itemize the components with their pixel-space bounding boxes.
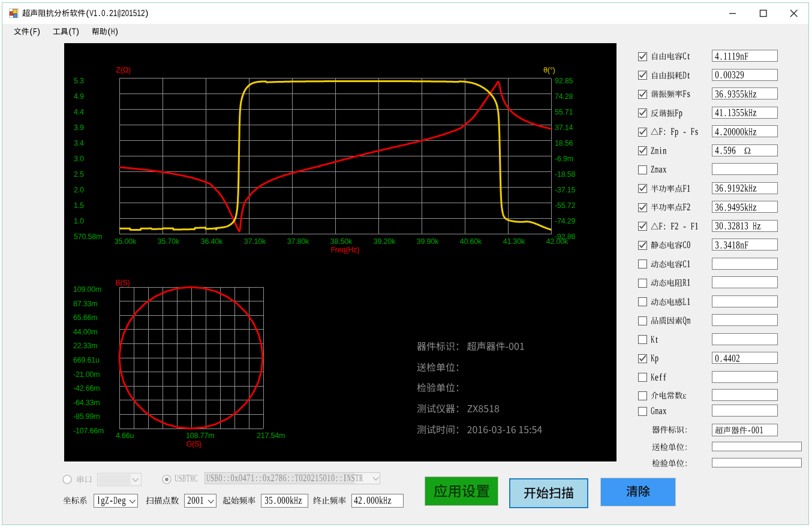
svg-text:44.00m: 44.00m bbox=[73, 328, 98, 336]
svg-text:35.00k: 35.00k bbox=[115, 237, 137, 246]
svg-text:37.10k: 37.10k bbox=[244, 237, 266, 246]
svg-text:-85.99m: -85.99m bbox=[73, 412, 100, 421]
svg-text:87.33m: 87.33m bbox=[73, 300, 98, 308]
svg-text:22.33m: 22.33m bbox=[73, 342, 98, 350]
svg-text:669.61u: 669.61u bbox=[73, 356, 100, 364]
svg-text:-21.00m: -21.00m bbox=[73, 370, 100, 379]
svg-text:39.20k: 39.20k bbox=[374, 237, 396, 246]
svg-text:5.3: 5.3 bbox=[74, 77, 84, 85]
svg-text:35.70k: 35.70k bbox=[158, 237, 180, 246]
svg-text:41.30k: 41.30k bbox=[503, 237, 525, 246]
svg-text:108.77m: 108.77m bbox=[186, 432, 214, 440]
svg-text:2.0: 2.0 bbox=[74, 186, 84, 194]
svg-text:36.40k: 36.40k bbox=[201, 237, 223, 246]
svg-text:74.28: 74.28 bbox=[555, 92, 573, 101]
svg-text:B(S): B(S) bbox=[115, 279, 130, 287]
svg-text:-74.29: -74.29 bbox=[555, 217, 575, 225]
svg-text:570.58m: 570.58m bbox=[74, 233, 102, 241]
svg-text:18.56: 18.56 bbox=[555, 139, 573, 147]
svg-text:1.0: 1.0 bbox=[74, 217, 84, 225]
svg-text:G(S): G(S) bbox=[186, 440, 202, 448]
svg-text:-6.9m: -6.9m bbox=[555, 155, 573, 163]
svg-text:3.4: 3.4 bbox=[74, 139, 84, 147]
svg-text:65.66m: 65.66m bbox=[73, 313, 98, 322]
svg-text:2.5: 2.5 bbox=[74, 170, 84, 179]
svg-text:40.60k: 40.60k bbox=[460, 237, 482, 246]
svg-text:θ(°): θ(°) bbox=[543, 66, 555, 74]
svg-text:Z(Ω): Z(Ω) bbox=[116, 66, 131, 74]
svg-text:-18.58: -18.58 bbox=[555, 170, 575, 179]
svg-text:-107.66m: -107.66m bbox=[73, 427, 104, 435]
svg-text:Freq(Hz): Freq(Hz) bbox=[330, 246, 359, 254]
svg-text:92.85: 92.85 bbox=[555, 77, 573, 85]
svg-text:-64.33m: -64.33m bbox=[73, 399, 100, 407]
svg-text:1.5: 1.5 bbox=[74, 201, 84, 210]
svg-text:37.80k: 37.80k bbox=[287, 237, 309, 246]
svg-text:4.9: 4.9 bbox=[74, 92, 84, 101]
svg-text:109.00m: 109.00m bbox=[73, 285, 101, 294]
svg-text:4.66u: 4.66u bbox=[116, 432, 134, 440]
svg-text:-55.72: -55.72 bbox=[555, 201, 575, 210]
svg-text:3.0: 3.0 bbox=[74, 155, 84, 163]
svg-text:-42.66m: -42.66m bbox=[73, 384, 100, 393]
svg-text:39.90k: 39.90k bbox=[417, 237, 439, 246]
svg-text:4.4: 4.4 bbox=[74, 108, 84, 116]
svg-text:38.50k: 38.50k bbox=[330, 237, 353, 246]
svg-text:42.00k: 42.00k bbox=[546, 237, 569, 246]
svg-text:3.9: 3.9 bbox=[74, 123, 84, 132]
svg-text:-37.15: -37.15 bbox=[555, 186, 575, 194]
svg-text:217.54m: 217.54m bbox=[257, 432, 285, 440]
svg-text:37.14: 37.14 bbox=[555, 123, 573, 132]
svg-text:55.71: 55.71 bbox=[555, 108, 573, 116]
